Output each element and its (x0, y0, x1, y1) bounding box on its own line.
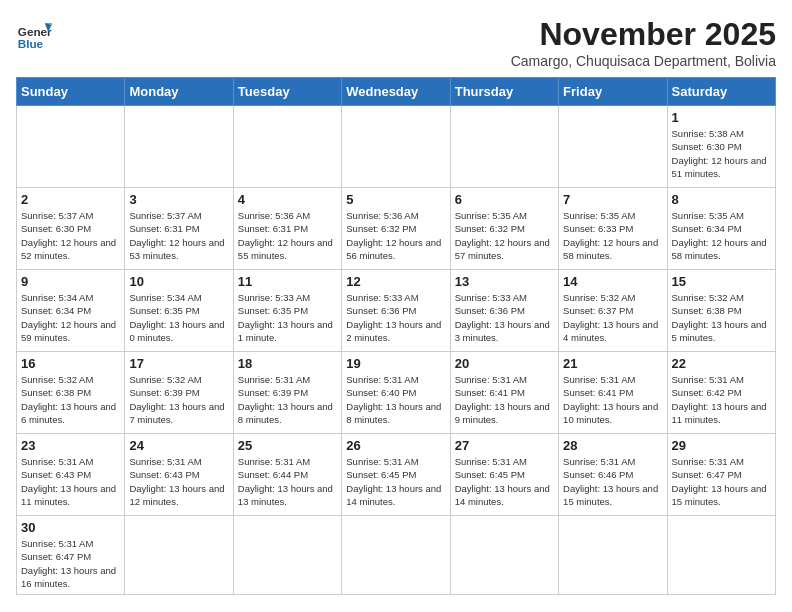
weekday-header: Wednesday (342, 78, 450, 106)
calendar-cell (342, 516, 450, 595)
calendar-cell (342, 106, 450, 188)
logo-icon: General Blue (16, 16, 52, 52)
calendar-cell: 26Sunrise: 5:31 AM Sunset: 6:45 PM Dayli… (342, 434, 450, 516)
day-number: 21 (563, 356, 662, 371)
weekday-header: Tuesday (233, 78, 341, 106)
svg-text:Blue: Blue (18, 37, 44, 50)
day-info: Sunrise: 5:31 AM Sunset: 6:42 PM Dayligh… (672, 373, 771, 426)
day-number: 16 (21, 356, 120, 371)
day-info: Sunrise: 5:31 AM Sunset: 6:44 PM Dayligh… (238, 455, 337, 508)
day-info: Sunrise: 5:35 AM Sunset: 6:33 PM Dayligh… (563, 209, 662, 262)
week-row: 30Sunrise: 5:31 AM Sunset: 6:47 PM Dayli… (17, 516, 776, 595)
calendar-cell: 28Sunrise: 5:31 AM Sunset: 6:46 PM Dayli… (559, 434, 667, 516)
day-number: 12 (346, 274, 445, 289)
weekday-header: Sunday (17, 78, 125, 106)
day-info: Sunrise: 5:37 AM Sunset: 6:30 PM Dayligh… (21, 209, 120, 262)
week-row: 1Sunrise: 5:38 AM Sunset: 6:30 PM Daylig… (17, 106, 776, 188)
day-info: Sunrise: 5:35 AM Sunset: 6:34 PM Dayligh… (672, 209, 771, 262)
calendar-cell: 19Sunrise: 5:31 AM Sunset: 6:40 PM Dayli… (342, 352, 450, 434)
day-info: Sunrise: 5:34 AM Sunset: 6:35 PM Dayligh… (129, 291, 228, 344)
day-info: Sunrise: 5:34 AM Sunset: 6:34 PM Dayligh… (21, 291, 120, 344)
day-info: Sunrise: 5:33 AM Sunset: 6:36 PM Dayligh… (346, 291, 445, 344)
calendar-cell: 13Sunrise: 5:33 AM Sunset: 6:36 PM Dayli… (450, 270, 558, 352)
calendar-cell (233, 516, 341, 595)
calendar-cell: 18Sunrise: 5:31 AM Sunset: 6:39 PM Dayli… (233, 352, 341, 434)
day-number: 28 (563, 438, 662, 453)
calendar-cell (667, 516, 775, 595)
day-number: 18 (238, 356, 337, 371)
day-info: Sunrise: 5:32 AM Sunset: 6:38 PM Dayligh… (21, 373, 120, 426)
week-row: 16Sunrise: 5:32 AM Sunset: 6:38 PM Dayli… (17, 352, 776, 434)
day-info: Sunrise: 5:31 AM Sunset: 6:43 PM Dayligh… (129, 455, 228, 508)
day-number: 20 (455, 356, 554, 371)
calendar-cell: 27Sunrise: 5:31 AM Sunset: 6:45 PM Dayli… (450, 434, 558, 516)
week-row: 2Sunrise: 5:37 AM Sunset: 6:30 PM Daylig… (17, 188, 776, 270)
day-number: 25 (238, 438, 337, 453)
calendar-cell: 14Sunrise: 5:32 AM Sunset: 6:37 PM Dayli… (559, 270, 667, 352)
day-number: 30 (21, 520, 120, 535)
calendar-cell: 21Sunrise: 5:31 AM Sunset: 6:41 PM Dayli… (559, 352, 667, 434)
day-info: Sunrise: 5:37 AM Sunset: 6:31 PM Dayligh… (129, 209, 228, 262)
weekday-header: Monday (125, 78, 233, 106)
calendar-cell: 5Sunrise: 5:36 AM Sunset: 6:32 PM Daylig… (342, 188, 450, 270)
day-info: Sunrise: 5:38 AM Sunset: 6:30 PM Dayligh… (672, 127, 771, 180)
calendar-cell: 9Sunrise: 5:34 AM Sunset: 6:34 PM Daylig… (17, 270, 125, 352)
day-info: Sunrise: 5:31 AM Sunset: 6:45 PM Dayligh… (346, 455, 445, 508)
calendar-cell (233, 106, 341, 188)
day-number: 11 (238, 274, 337, 289)
calendar-cell: 8Sunrise: 5:35 AM Sunset: 6:34 PM Daylig… (667, 188, 775, 270)
calendar-cell: 2Sunrise: 5:37 AM Sunset: 6:30 PM Daylig… (17, 188, 125, 270)
day-number: 3 (129, 192, 228, 207)
day-number: 10 (129, 274, 228, 289)
calendar-cell (559, 516, 667, 595)
calendar-cell: 11Sunrise: 5:33 AM Sunset: 6:35 PM Dayli… (233, 270, 341, 352)
calendar-cell (125, 106, 233, 188)
day-info: Sunrise: 5:31 AM Sunset: 6:41 PM Dayligh… (563, 373, 662, 426)
title-block: November 2025 Camargo, Chuquisaca Depart… (511, 16, 776, 69)
day-number: 1 (672, 110, 771, 125)
calendar-cell: 3Sunrise: 5:37 AM Sunset: 6:31 PM Daylig… (125, 188, 233, 270)
day-number: 19 (346, 356, 445, 371)
calendar-cell: 23Sunrise: 5:31 AM Sunset: 6:43 PM Dayli… (17, 434, 125, 516)
calendar-cell: 16Sunrise: 5:32 AM Sunset: 6:38 PM Dayli… (17, 352, 125, 434)
day-number: 17 (129, 356, 228, 371)
weekday-header-row: SundayMondayTuesdayWednesdayThursdayFrid… (17, 78, 776, 106)
logo: General Blue (16, 16, 52, 52)
location-subtitle: Camargo, Chuquisaca Department, Bolivia (511, 53, 776, 69)
week-row: 23Sunrise: 5:31 AM Sunset: 6:43 PM Dayli… (17, 434, 776, 516)
day-number: 6 (455, 192, 554, 207)
calendar-cell: 15Sunrise: 5:32 AM Sunset: 6:38 PM Dayli… (667, 270, 775, 352)
day-number: 26 (346, 438, 445, 453)
calendar-cell (559, 106, 667, 188)
day-number: 9 (21, 274, 120, 289)
day-number: 23 (21, 438, 120, 453)
day-info: Sunrise: 5:31 AM Sunset: 6:39 PM Dayligh… (238, 373, 337, 426)
day-info: Sunrise: 5:32 AM Sunset: 6:38 PM Dayligh… (672, 291, 771, 344)
calendar-cell: 12Sunrise: 5:33 AM Sunset: 6:36 PM Dayli… (342, 270, 450, 352)
day-info: Sunrise: 5:31 AM Sunset: 6:43 PM Dayligh… (21, 455, 120, 508)
calendar-cell: 29Sunrise: 5:31 AM Sunset: 6:47 PM Dayli… (667, 434, 775, 516)
calendar-cell: 24Sunrise: 5:31 AM Sunset: 6:43 PM Dayli… (125, 434, 233, 516)
day-info: Sunrise: 5:32 AM Sunset: 6:37 PM Dayligh… (563, 291, 662, 344)
day-number: 8 (672, 192, 771, 207)
day-number: 15 (672, 274, 771, 289)
weekday-header: Saturday (667, 78, 775, 106)
day-number: 22 (672, 356, 771, 371)
day-info: Sunrise: 5:33 AM Sunset: 6:36 PM Dayligh… (455, 291, 554, 344)
day-number: 27 (455, 438, 554, 453)
day-number: 2 (21, 192, 120, 207)
day-info: Sunrise: 5:35 AM Sunset: 6:32 PM Dayligh… (455, 209, 554, 262)
calendar-cell (125, 516, 233, 595)
calendar-cell: 7Sunrise: 5:35 AM Sunset: 6:33 PM Daylig… (559, 188, 667, 270)
calendar-cell: 1Sunrise: 5:38 AM Sunset: 6:30 PM Daylig… (667, 106, 775, 188)
calendar-cell: 20Sunrise: 5:31 AM Sunset: 6:41 PM Dayli… (450, 352, 558, 434)
calendar-cell: 6Sunrise: 5:35 AM Sunset: 6:32 PM Daylig… (450, 188, 558, 270)
day-info: Sunrise: 5:32 AM Sunset: 6:39 PM Dayligh… (129, 373, 228, 426)
calendar-cell: 17Sunrise: 5:32 AM Sunset: 6:39 PM Dayli… (125, 352, 233, 434)
calendar-cell (450, 106, 558, 188)
day-info: Sunrise: 5:31 AM Sunset: 6:46 PM Dayligh… (563, 455, 662, 508)
day-info: Sunrise: 5:31 AM Sunset: 6:41 PM Dayligh… (455, 373, 554, 426)
weekday-header: Friday (559, 78, 667, 106)
calendar-cell (450, 516, 558, 595)
day-info: Sunrise: 5:31 AM Sunset: 6:45 PM Dayligh… (455, 455, 554, 508)
